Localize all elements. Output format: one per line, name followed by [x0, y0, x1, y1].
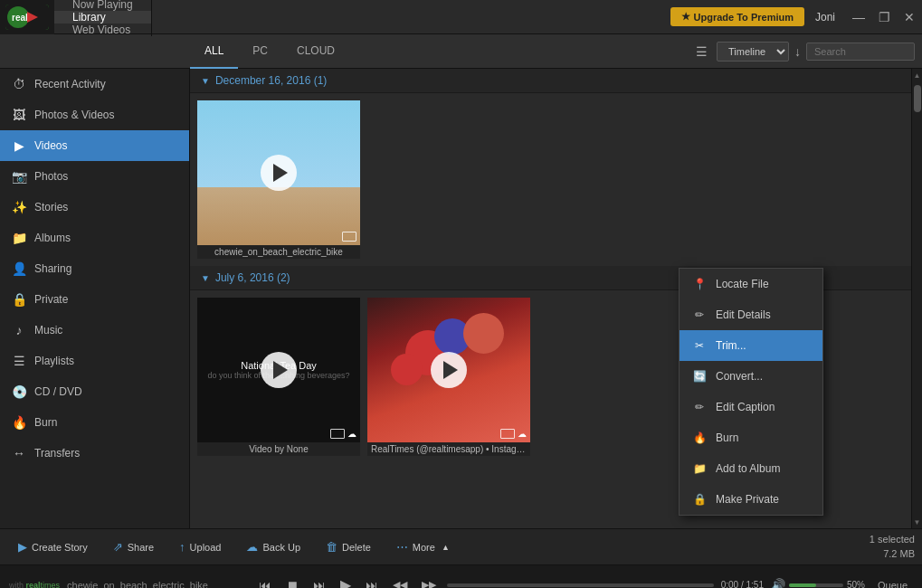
player-prev-button[interactable]: ⏮ [255, 576, 275, 589]
player-rwd-button[interactable]: ◀◀ [389, 577, 411, 588]
ctx-edit-details[interactable]: ✏ Edit Details [680, 299, 822, 330]
user-name: Joni [804, 11, 846, 24]
create-story-button[interactable]: ▶ Create Story [7, 536, 99, 557]
volume-control: 🔊 50% [771, 578, 865, 588]
photo-video-icon: 🖼 [11, 107, 27, 123]
date-header-dec2016[interactable]: ▼ December 16, 2016 (1) [190, 69, 911, 93]
sidebar-item-albums[interactable]: 📁 Albums [0, 223, 189, 253]
maximize-button[interactable]: ❐ [871, 0, 897, 34]
volume-bar[interactable] [789, 583, 843, 587]
player-next-button[interactable]: ⏭ [362, 576, 382, 589]
play-button-tea[interactable] [261, 352, 297, 388]
tab-now-playing[interactable]: Now Playing [54, 0, 152, 11]
queue-button[interactable]: Queue [872, 578, 913, 589]
sidebar-item-photos-videos[interactable]: 🖼 Photos & Videos [0, 100, 189, 130]
albums-icon: 📁 [11, 230, 27, 246]
delete-button[interactable]: 🗑 Delete [315, 536, 382, 557]
scroll-thumb[interactable] [914, 85, 921, 112]
sidebar-item-photos[interactable]: 📷 Photos [0, 161, 189, 192]
upload-button[interactable]: ↑ Upload [168, 536, 232, 557]
tab-library[interactable]: Library [54, 11, 152, 24]
volume-icon: 🔊 [771, 578, 785, 588]
sort-button[interactable]: ☰ [692, 41, 711, 62]
svg-text:real: real [12, 13, 28, 23]
stories-icon: ✨ [11, 199, 27, 215]
media-item-tea[interactable]: National Tea Day do you think of thes...… [197, 298, 360, 456]
music-icon: ♪ [11, 322, 27, 338]
subtab-pc[interactable]: PC [238, 34, 282, 69]
ctx-edit-caption[interactable]: ✏ Edit Caption [680, 392, 822, 422]
upgrade-button[interactable]: ★ Upgrade To Premium [670, 7, 804, 26]
volume-fill [789, 583, 816, 587]
private-icon: 🔒 [11, 291, 27, 308]
backup-icon: ☁ [246, 540, 258, 554]
play-button-berry[interactable] [431, 352, 467, 388]
media-grid-dec2016: chewie_on_beach_electric_bike [190, 93, 911, 266]
backup-button[interactable]: ☁ Back Up [235, 536, 311, 557]
delete-icon: 🗑 [326, 540, 337, 554]
thumb-beach [197, 100, 360, 245]
create-story-icon: ▶ [18, 540, 27, 554]
ctx-trim[interactable]: ✂ Trim... [680, 330, 822, 361]
bottom-toolbar: ▶ Create Story ⇗ Share ↑ Upload ☁ Back U… [0, 528, 922, 564]
subtab-all[interactable]: ALL [190, 34, 238, 69]
convert-icon: 🔄 [692, 369, 707, 384]
ctx-burn[interactable]: 🔥 Burn [680, 422, 822, 453]
burn-icon: 🔥 [11, 414, 27, 431]
burn-ctx-icon: 🔥 [692, 431, 707, 445]
main-layout: ⏱ Recent Activity 🖼 Photos & Videos ▶ Vi… [0, 69, 922, 528]
share-icon: ⇗ [113, 540, 123, 554]
tab-web-videos[interactable]: Web Videos [54, 24, 152, 36]
cloud-icon-tea: ☁ [347, 429, 356, 439]
cd-dvd-icon: 💿 [11, 384, 27, 400]
thumb-berry: ☁ [367, 298, 530, 442]
upload-icon: ↑ [179, 540, 185, 554]
time-display: 0:00 / 1:51 [721, 580, 764, 588]
play-button-beach[interactable] [261, 155, 297, 191]
video-icon: ▶ [11, 138, 27, 154]
media-item-beach[interactable]: chewie_on_beach_electric_bike [197, 100, 360, 259]
search-input[interactable] [806, 43, 915, 61]
screen-icon-berry [500, 429, 515, 439]
sidebar-item-private[interactable]: 🔒 Private [0, 284, 189, 315]
sidebar-item-transfers[interactable]: ↔ Transfers [0, 438, 189, 469]
close-button[interactable]: ✕ [897, 0, 922, 34]
sidebar-item-recent-activity[interactable]: ⏱ Recent Activity [0, 69, 189, 100]
sidebar: ⏱ Recent Activity 🖼 Photos & Videos ▶ Vi… [0, 69, 190, 528]
subtab-cloud[interactable]: CLOUD [282, 34, 349, 69]
sidebar-item-cd-dvd[interactable]: 💿 CD / DVD [0, 376, 189, 407]
playlists-icon: ☰ [11, 353, 27, 369]
player-play-button[interactable]: ▶ [337, 574, 355, 588]
player-stop-button[interactable]: ⏹ [282, 576, 302, 589]
minimize-button[interactable]: — [846, 0, 871, 34]
sidebar-item-stories[interactable]: ✨ Stories [0, 192, 189, 223]
player-prev-track-button[interactable]: ⏭ [309, 576, 329, 589]
top-bar: real Now Playing Library Web Videos ★ Up… [0, 0, 922, 34]
realtimes-logo: with realtimes [9, 580, 60, 588]
ctx-convert[interactable]: 🔄 Convert... [680, 361, 822, 392]
scroll-up-arrow[interactable]: ▲ [912, 69, 923, 81]
ctx-add-to-album[interactable]: 📁 Add to Album [680, 453, 822, 484]
sidebar-item-playlists[interactable]: ☰ Playlists [0, 346, 189, 376]
share-button[interactable]: ⇗ Share [102, 536, 165, 557]
ctx-locate-file[interactable]: 📍 Locate File [680, 269, 822, 299]
sidebar-item-music[interactable]: ♪ Music [0, 315, 189, 346]
ctx-make-private[interactable]: 🔒 Make Private [680, 484, 822, 515]
timeline-select[interactable]: Timeline [717, 42, 789, 62]
sub-nav: ALL PC CLOUD ☰ Timeline ↓ [0, 34, 922, 69]
sidebar-item-sharing[interactable]: 👤 Sharing [0, 253, 189, 284]
more-button[interactable]: ⋯ More ▲ [385, 536, 461, 557]
selected-info: 1 selected 7.2 MB [870, 533, 915, 561]
sidebar-item-burn[interactable]: 🔥 Burn [0, 407, 189, 438]
photos-icon: 📷 [11, 168, 27, 185]
screen-icon [342, 232, 356, 242]
scroll-down-arrow[interactable]: ▼ [912, 516, 923, 528]
cloud-icon-berry: ☁ [518, 429, 527, 439]
date-group-dec2016: ▼ December 16, 2016 (1) [190, 69, 911, 266]
player-fwd-button[interactable]: ▶▶ [418, 577, 440, 588]
sidebar-item-videos[interactable]: ▶ Videos [0, 130, 189, 161]
progress-bar[interactable] [447, 583, 714, 587]
media-item-berry[interactable]: ☁ RealTimes (@realtimesapp) • Instagram … [367, 298, 530, 456]
sort-desc-button[interactable]: ↓ [794, 44, 801, 59]
context-menu: 📍 Locate File ✏ Edit Details ✂ Trim... 🔄… [679, 268, 823, 516]
